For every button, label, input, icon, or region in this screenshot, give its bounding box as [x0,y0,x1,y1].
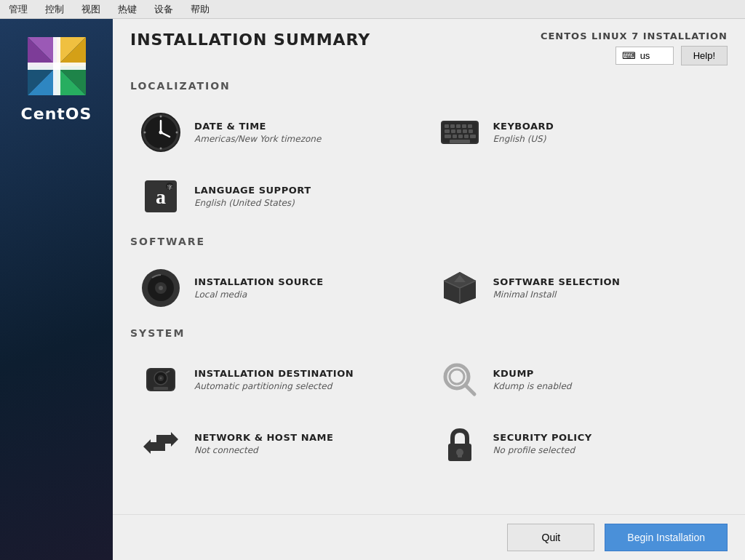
svg-rect-40 [470,135,476,138]
network-hostname-item[interactable]: NETWORK & HOST NAME Not connected [130,412,429,476]
software-selection-item[interactable]: SOFTWARE SELECTION Minimal Install [429,256,728,320]
security-policy-text: SECURITY POLICY No profile selected [493,432,592,455]
network-hostname-title: NETWORK & HOST NAME [194,432,333,443]
menu-device[interactable]: 设备 [151,1,176,17]
security-policy-subtitle: No profile selected [493,445,592,455]
installation-destination-icon [139,358,183,401]
svg-rect-70 [458,452,462,457]
language-support-item[interactable]: a 字 LANGUAGE SUPPORT English (United Sta… [130,164,429,228]
svg-rect-32 [451,129,455,133]
installation-source-icon [139,266,183,310]
brand-name: CentOS [21,105,92,123]
header: INSTALLATION SUMMARY CENTOS LINUX 7 INST… [113,19,745,73]
network-hostname-text: NETWORK & HOST NAME Not connected [194,432,333,455]
keyboard-subtitle: English (US) [493,134,554,144]
software-selection-title: SOFTWARE SELECTION [493,276,621,287]
kdump-subtitle: Kdump is enabled [493,381,572,391]
kdump-item[interactable]: KDUMP Kdump is enabled [429,348,728,412]
installation-source-text: INSTALLATION SOURCE Local media [194,276,324,300]
installation-source-title: INSTALLATION SOURCE [194,276,324,287]
svg-rect-31 [445,129,450,133]
quit-button[interactable]: Quit [507,524,594,551]
date-time-icon [139,111,183,154]
localization-grid: DATE & TIME Americas/New York timezone [130,100,728,228]
software-selection-text: SOFTWARE SELECTION Minimal Install [493,276,621,300]
page-title: INSTALLATION SUMMARY [130,31,370,49]
svg-rect-30 [468,124,472,128]
svg-point-19 [159,131,163,135]
header-controls: ⌨ us Help! [615,46,728,65]
svg-rect-38 [458,135,463,138]
network-hostname-icon [139,422,183,465]
keyboard-title: KEYBOARD [493,121,554,132]
language-support-icon: a 字 [139,175,183,218]
keyboard-item[interactable]: KEYBOARD English (US) [429,100,728,164]
svg-rect-27 [450,124,455,128]
security-policy-title: SECURITY POLICY [493,432,592,443]
menu-hotkey[interactable]: 热键 [115,1,140,17]
svg-point-64 [450,369,464,384]
svg-point-23 [176,132,178,134]
system-heading: SYSTEM [130,327,728,342]
svg-rect-33 [457,129,461,133]
footer: Quit Begin Installation [113,514,745,560]
svg-rect-35 [469,129,473,133]
language-button[interactable]: ⌨ us [615,47,674,65]
date-time-item[interactable]: DATE & TIME Americas/New York timezone [130,100,429,164]
svg-rect-37 [453,135,457,138]
installation-destination-text: INSTALLATION DESTINATION Automatic parti… [194,368,354,391]
menubar: 管理 控制 视图 热键 设备 帮助 [0,0,745,19]
svg-rect-14 [53,63,60,70]
lang-code: us [640,50,650,61]
localization-heading: LOCALIZATION [130,80,728,95]
network-hostname-subtitle: Not connected [194,445,333,455]
kdump-text: KDUMP Kdump is enabled [493,368,572,391]
begin-installation-button[interactable]: Begin Installation [605,524,728,551]
installation-destination-title: INSTALLATION DESTINATION [194,368,354,379]
language-support-text: LANGUAGE SUPPORT English (United States) [194,185,311,208]
sidebar: CentOS [0,19,113,560]
menu-control[interactable]: 控制 [42,1,67,17]
svg-rect-34 [463,129,467,133]
kdump-icon [438,358,482,401]
svg-point-61 [160,377,162,380]
kdump-title: KDUMP [493,368,572,379]
svg-rect-39 [464,135,469,138]
menu-help[interactable]: 帮助 [188,1,212,17]
help-button[interactable]: Help! [681,46,728,65]
language-support-title: LANGUAGE SUPPORT [194,185,311,196]
keyboard-item-icon [438,111,482,154]
content-area: LOCALIZATION [113,73,745,514]
keyboard-icon: ⌨ [622,50,636,61]
svg-rect-36 [445,135,451,138]
installation-destination-item[interactable]: INSTALLATION DESTINATION Automatic parti… [130,348,429,412]
svg-rect-26 [445,124,449,128]
svg-rect-29 [462,124,466,128]
installation-destination-subtitle: Automatic partitioning selected [194,381,354,391]
svg-rect-58 [154,387,168,390]
svg-rect-41 [450,140,470,143]
svg-point-21 [160,148,162,150]
svg-point-20 [160,116,162,118]
system-grid: INSTALLATION DESTINATION Automatic parti… [130,348,728,476]
date-time-text: DATE & TIME Americas/New York timezone [194,121,321,144]
main-panel: INSTALLATION SUMMARY CENTOS LINUX 7 INST… [113,19,745,560]
keyboard-text: KEYBOARD English (US) [493,121,554,144]
header-right: CENTOS LINUX 7 INSTALLATION ⌨ us Help! [541,31,728,65]
svg-text:字: 字 [167,185,172,191]
svg-line-65 [466,385,474,394]
date-time-title: DATE & TIME [194,121,321,132]
language-support-subtitle: English (United States) [194,198,311,208]
menu-manage[interactable]: 管理 [6,1,31,17]
installation-source-item[interactable]: INSTALLATION SOURCE Local media [130,256,429,320]
install-label: CENTOS LINUX 7 INSTALLATION [541,31,728,41]
svg-point-22 [144,132,146,134]
page-title-text: INSTALLATION SUMMARY [130,31,370,49]
security-policy-item[interactable]: SECURITY POLICY No profile selected [429,412,728,476]
menu-view[interactable]: 视图 [79,1,103,17]
software-grid: INSTALLATION SOURCE Local media [130,256,728,320]
svg-point-49 [159,286,163,290]
centos-logo-icon [24,33,89,99]
software-heading: SOFTWARE [130,236,728,250]
software-selection-subtitle: Minimal Install [493,289,621,300]
